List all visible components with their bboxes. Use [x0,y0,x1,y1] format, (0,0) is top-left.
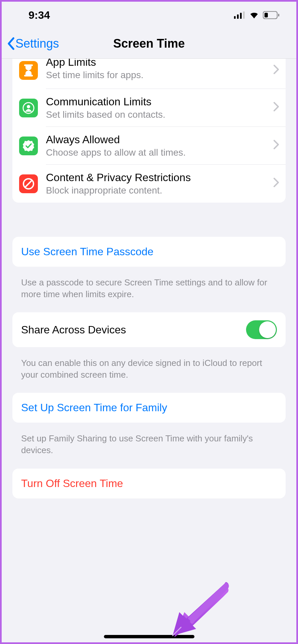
svg-rect-8 [24,75,33,76]
row-title: App Limits [46,59,270,68]
contact-icon [19,99,38,117]
row-app-limits[interactable]: App Limits Set time limits for apps. [12,59,286,89]
svg-rect-5 [278,14,279,16]
row-always-allowed[interactable]: Always Allowed Choose apps to allow at a… [12,127,286,165]
back-label: Settings [15,37,59,51]
family-group: Set Up Screen Time for Family [12,393,286,423]
danger-label: Turn Off Screen Time [21,477,123,489]
chevron-right-icon [274,102,279,114]
passcode-footer: Use a passcode to secure Screen Time set… [12,273,286,312]
home-indicator[interactable] [104,635,194,638]
row-title: Communication Limits [46,96,270,108]
row-title: Content & Privacy Restrictions [46,171,270,184]
row-subtitle: Block inappropriate content. [46,185,270,196]
svg-rect-0 [234,16,236,19]
nav-title: Screen Time [113,37,185,51]
chevron-right-icon [274,64,279,77]
check-seal-icon [19,137,38,155]
row-subtitle: Choose apps to allow at all times. [46,147,270,158]
chevron-right-icon [274,177,279,190]
family-setup-button[interactable]: Set Up Screen Time for Family [12,393,286,423]
status-bar: 9:34 [2,2,296,29]
battery-icon [263,11,280,19]
use-passcode-button[interactable]: Use Screen Time Passcode [12,237,286,267]
hourglass-icon [19,61,38,80]
share-toggle[interactable] [246,320,277,339]
row-communication-limits[interactable]: Communication Limits Set limits based on… [12,89,286,127]
turn-off-button[interactable]: Turn Off Screen Time [12,469,286,498]
cellular-icon [234,11,245,19]
svg-rect-7 [24,64,33,66]
svg-rect-3 [243,11,245,19]
back-chevron-icon [7,37,15,50]
link-label: Use Screen Time Passcode [21,246,154,258]
svg-rect-1 [237,14,239,19]
row-title: Always Allowed [46,133,270,146]
link-label: Set Up Screen Time for Family [21,401,167,414]
content-area: App Limits Set time limits for apps. Com… [2,59,296,642]
status-time: 9:34 [28,9,50,21]
nav-bar: Settings Screen Time [2,29,296,59]
no-entry-icon [19,174,38,193]
share-group: Share Across Devices [12,312,286,347]
share-footer: You can enable this on any device signed… [12,354,286,393]
toggle-knob [259,321,276,338]
svg-line-12 [25,180,32,187]
toggle-label: Share Across Devices [21,324,126,336]
options-group: App Limits Set time limits for apps. Com… [12,59,286,203]
svg-point-10 [27,105,30,108]
turnoff-group: Turn Off Screen Time [12,469,286,498]
wifi-icon [249,11,259,19]
family-footer: Set up Family Sharing to use Screen Time… [12,429,286,468]
status-indicators [234,11,280,19]
chevron-right-icon [274,140,279,152]
svg-rect-6 [264,13,268,17]
row-subtitle: Set time limits for apps. [46,70,270,80]
row-content-privacy[interactable]: Content & Privacy Restrictions Block ina… [12,165,286,203]
passcode-group: Use Screen Time Passcode [12,237,286,267]
back-button[interactable]: Settings [7,37,59,51]
svg-rect-2 [240,13,242,19]
row-subtitle: Set limits based on contacts. [46,109,270,120]
share-devices-row[interactable]: Share Across Devices [12,312,286,347]
